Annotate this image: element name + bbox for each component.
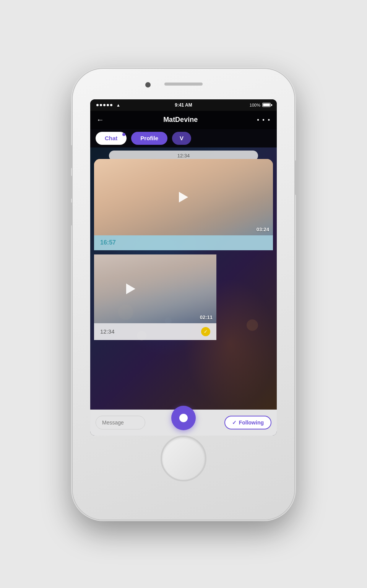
sent-video-duration: 02:11 <box>200 314 213 320</box>
signal-dot-3 <box>103 104 106 106</box>
wifi-icon: ▲ <box>116 103 120 107</box>
tabs-bar: Chat Profile V <box>90 129 277 147</box>
bokeh-4 <box>247 319 258 331</box>
signal-dot-5 <box>110 104 112 106</box>
battery-percent: 100% <box>250 103 260 107</box>
following-button[interactable]: ✓ Following <box>224 416 271 429</box>
tab-chat[interactable]: Chat <box>96 132 127 145</box>
check-badge: ✓ <box>201 327 210 336</box>
nav-bar: ← MatDevine • • • <box>90 111 277 129</box>
home-button[interactable] <box>161 436 206 481</box>
signal-dot-1 <box>96 104 99 106</box>
sent-time: 12:34 <box>100 328 115 335</box>
signal-dots <box>96 104 112 106</box>
face-texture-2 <box>94 254 216 323</box>
screen: ▲ 9:41 AM 100% ← MatDevine • • • <box>90 99 277 436</box>
battery-icon <box>262 103 271 107</box>
received-video-time: 16:57 <box>94 235 273 250</box>
front-camera <box>145 82 151 87</box>
video-message-sent[interactable]: 02:11 12:34 ✓ <box>94 254 216 340</box>
more-button[interactable]: • • • <box>257 117 271 123</box>
video-message-received[interactable]: 03:24 16:57 <box>94 159 273 250</box>
record-button[interactable] <box>171 406 196 430</box>
record-inner-circle <box>179 414 188 422</box>
bottom-bar: ✓ Following <box>90 410 277 436</box>
status-bar: ▲ 9:41 AM 100% <box>90 99 277 111</box>
nav-title: MatDevine <box>163 116 198 124</box>
speaker <box>164 83 203 86</box>
following-label: Following <box>239 420 264 426</box>
tab-profile[interactable]: Profile <box>131 132 167 145</box>
chat-area: 12:34 03:24 16:57 <box>90 147 277 410</box>
sent-video-thumbnail[interactable]: 02:11 <box>94 254 216 323</box>
play-button-received[interactable] <box>176 190 191 205</box>
play-button-sent[interactable] <box>123 281 138 296</box>
check-following-icon: ✓ <box>232 420 237 426</box>
play-triangle-icon <box>179 192 188 202</box>
battery-area: 100% <box>250 103 271 107</box>
check-icon: ✓ <box>204 329 208 334</box>
tab-video[interactable]: V <box>172 132 191 145</box>
signal-area: ▲ <box>96 103 120 107</box>
battery-fill <box>263 104 270 106</box>
back-button[interactable]: ← <box>96 115 104 124</box>
signal-dot-4 <box>107 104 109 106</box>
bottom-area <box>73 436 294 481</box>
top-bar <box>73 69 294 99</box>
received-video-thumbnail[interactable]: 03:24 <box>94 159 273 235</box>
play-triangle-icon-2 <box>126 283 135 294</box>
sent-video-time-row: 12:34 ✓ <box>94 323 216 340</box>
received-video-duration: 03:24 <box>257 227 269 232</box>
signal-dot-2 <box>100 104 102 106</box>
message-input[interactable] <box>96 416 145 429</box>
phone-frame: ▲ 9:41 AM 100% ← MatDevine • • • <box>73 69 294 520</box>
status-time: 9:41 AM <box>175 102 192 108</box>
